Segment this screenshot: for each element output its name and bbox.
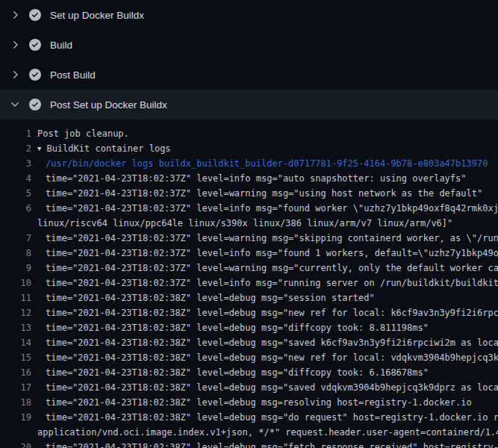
step-label: Build — [50, 40, 72, 51]
log-line-text: time="2021-04-23T18:02:37Z" level=warnin… — [31, 231, 498, 246]
log-line-number[interactable]: 3 — [0, 156, 31, 171]
log-line: 15 time="2021-04-23T18:02:38Z" level=deb… — [0, 350, 498, 365]
log-line-number[interactable]: 19 — [0, 410, 31, 425]
log-line-text: time="2021-04-23T18:02:37Z" level=warnin… — [31, 261, 498, 276]
log-line-text: time="2021-04-23T18:02:38Z" level=debug … — [31, 380, 498, 395]
log-line-number[interactable]: 7 — [0, 231, 31, 246]
step-label: Post Set up Docker Buildx — [50, 99, 167, 111]
log-line-text: time="2021-04-23T18:02:38Z" level=debug … — [31, 290, 375, 305]
log-line-text: application/vnd.oci.image.index.v1+json,… — [31, 425, 498, 440]
log-view: 1 Post job cleanup. 2 ▼BuildKit containe… — [0, 119, 498, 448]
log-line: linux/riscv64 linux/ppc64le linux/s390x … — [0, 216, 498, 231]
step-row[interactable]: Set up Docker Buildx — [0, 0, 498, 30]
log-line-number[interactable]: 2 — [0, 141, 31, 156]
check-circle-icon — [29, 9, 41, 21]
log-line: 11 time="2021-04-23T18:02:38Z" level=deb… — [0, 290, 498, 305]
log-line-number[interactable]: 8 — [0, 246, 31, 261]
log-line-text: time="2021-04-23T18:02:37Z" level=info m… — [31, 171, 467, 186]
log-group-label: BuildKit container logs — [46, 143, 170, 154]
chevron-down-icon — [9, 99, 21, 111]
step-label: Post Build — [50, 69, 96, 81]
log-line: 1 Post job cleanup. — [0, 126, 498, 141]
log-line-number[interactable]: 17 — [0, 380, 31, 395]
log-line-number[interactable]: 5 — [0, 186, 31, 201]
chevron-right-icon — [9, 69, 21, 81]
step-row[interactable]: Build — [0, 30, 498, 60]
log-line-text: linux/riscv64 linux/ppc64le linux/s390x … — [31, 216, 452, 231]
log-line-number[interactable]: 12 — [0, 305, 31, 320]
log-line: 16 time="2021-04-23T18:02:38Z" level=deb… — [0, 365, 498, 380]
step-row[interactable]: Post Build — [0, 60, 498, 90]
triangle-down-icon: ▼ — [37, 141, 41, 156]
log-line: 6 time="2021-04-23T18:02:37Z" level=info… — [0, 201, 498, 216]
log-line: 17 time="2021-04-23T18:02:38Z" level=deb… — [0, 380, 498, 395]
step-label: Set up Docker Buildx — [50, 10, 144, 21]
log-line-number[interactable]: 16 — [0, 365, 31, 380]
log-line: 8 time="2021-04-23T18:02:37Z" level=info… — [0, 246, 498, 261]
log-line-text: time="2021-04-23T18:02:37Z" level=warnin… — [31, 186, 482, 201]
log-line-number[interactable] — [0, 425, 31, 440]
chevron-right-icon — [9, 9, 21, 21]
log-line: 13 time="2021-04-23T18:02:38Z" level=deb… — [0, 320, 498, 335]
log-line: 19 time="2021-04-23T18:02:38Z" level=deb… — [0, 410, 498, 425]
step-row[interactable]: Post Set up Docker Buildx — [0, 90, 498, 119]
log-line-text: time="2021-04-23T18:02:38Z" level=debug … — [31, 365, 429, 380]
log-line-number[interactable]: 11 — [0, 290, 31, 305]
log-line: 9 time="2021-04-23T18:02:37Z" level=warn… — [0, 261, 498, 276]
log-line-text: time="2021-04-23T18:02:38Z" level=debug … — [31, 410, 498, 425]
check-circle-icon — [29, 69, 41, 81]
log-line-number[interactable]: 1 — [0, 126, 31, 141]
log-line: 5 time="2021-04-23T18:02:37Z" level=warn… — [0, 186, 498, 201]
log-line: 10 time="2021-04-23T18:02:37Z" level=inf… — [0, 276, 498, 290]
log-line: 20 time="2021-04-23T18:02:38Z" level=deb… — [0, 440, 498, 448]
log-command-text: /usr/bin/docker logs buildx_buildkit_bui… — [31, 156, 488, 171]
log-line-number[interactable]: 18 — [0, 395, 31, 410]
log-line-number[interactable]: 6 — [0, 201, 31, 216]
log-line: 14 time="2021-04-23T18:02:38Z" level=deb… — [0, 335, 498, 350]
log-line-text: Post job cleanup. — [31, 126, 129, 141]
log-line-number[interactable]: 20 — [0, 440, 31, 448]
log-line-number[interactable]: 15 — [0, 350, 31, 365]
log-line: 3 /usr/bin/docker logs buildx_buildkit_b… — [0, 156, 498, 171]
log-line-text: time="2021-04-23T18:02:38Z" level=debug … — [31, 395, 472, 410]
chevron-right-icon — [9, 39, 21, 51]
log-line-number[interactable]: 9 — [0, 261, 31, 276]
log-line: 7 time="2021-04-23T18:02:37Z" level=warn… — [0, 231, 498, 246]
log-line: 12 time="2021-04-23T18:02:38Z" level=deb… — [0, 305, 498, 320]
log-line: 2 ▼BuildKit container logs — [0, 141, 498, 156]
log-line-text: time="2021-04-23T18:02:38Z" level=debug … — [31, 320, 429, 335]
log-line-text: time="2021-04-23T18:02:38Z" level=debug … — [31, 440, 498, 448]
log-line-number[interactable]: 13 — [0, 320, 31, 335]
log-line-text: time="2021-04-23T18:02:37Z" level=info m… — [31, 246, 498, 261]
job-steps-list: Set up Docker Buildx Build Post Build Po… — [0, 0, 498, 119]
log-line-number[interactable]: 14 — [0, 335, 31, 350]
log-line: 18 time="2021-04-23T18:02:38Z" level=deb… — [0, 395, 498, 410]
log-line-number[interactable]: 4 — [0, 171, 31, 186]
check-circle-icon — [29, 39, 41, 51]
log-line-number[interactable]: 10 — [0, 276, 31, 290]
log-line-number[interactable] — [0, 216, 31, 231]
log-line-text: time="2021-04-23T18:02:37Z" level=info m… — [31, 276, 498, 290]
log-line-text: time="2021-04-23T18:02:38Z" level=debug … — [31, 305, 498, 320]
log-line-text: time="2021-04-23T18:02:38Z" level=debug … — [31, 335, 498, 350]
log-line-text: time="2021-04-23T18:02:37Z" level=info m… — [31, 201, 498, 216]
check-circle-icon — [29, 99, 41, 111]
log-group-toggle[interactable]: ▼BuildKit container logs — [31, 141, 171, 156]
log-line: application/vnd.oci.image.index.v1+json,… — [0, 425, 498, 440]
log-line: 4 time="2021-04-23T18:02:37Z" level=info… — [0, 171, 498, 186]
log-line-text: time="2021-04-23T18:02:38Z" level=debug … — [31, 350, 498, 365]
